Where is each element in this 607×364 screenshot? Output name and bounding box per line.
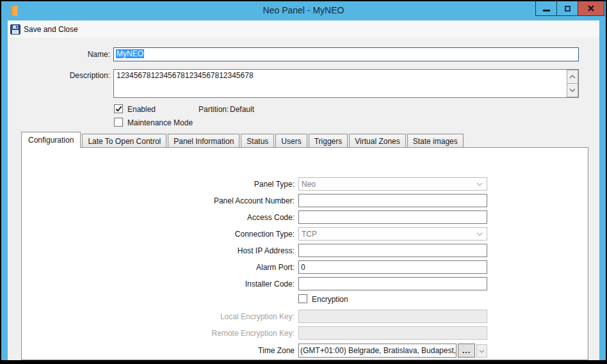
description-input[interactable]: 12345678123456781234567812345678	[113, 69, 579, 98]
save-icon	[10, 24, 20, 35]
time-zone-browse-button[interactable]: ...	[458, 344, 475, 358]
enabled-checkbox[interactable]	[114, 104, 123, 113]
toolbar: Save and Close	[8, 20, 599, 38]
maximize-button[interactable]	[557, 1, 578, 15]
description-text: 12345678123456781234567812345678	[117, 71, 254, 80]
connection-type-value: TCP	[302, 230, 317, 239]
host-ip-address-label: Host IP Address:	[97, 246, 295, 255]
remote-encryption-key-label: Remote Encryption Key:	[97, 329, 295, 338]
close-icon	[587, 4, 595, 12]
close-button[interactable]	[578, 1, 604, 15]
scroll-up-button[interactable]	[567, 70, 578, 84]
time-zone-value: (GMT+01:00) Belgrade, Bratislava, Budape…	[300, 346, 457, 355]
window-frame-right	[599, 20, 606, 360]
time-zone-input[interactable]: (GMT+01:00) Belgrade, Bratislava, Budape…	[298, 344, 457, 358]
local-encryption-key-label: Local Encryption Key:	[97, 312, 295, 321]
name-label: Name:	[1, 50, 110, 59]
panel-type-label: Panel Type:	[97, 180, 295, 189]
chevron-down-icon	[476, 182, 483, 186]
alarm-port-input[interactable]	[298, 260, 487, 274]
alarm-port-label: Alarm Port:	[97, 263, 295, 272]
installer-code-label: Installer Code:	[97, 280, 295, 289]
name-selected-text: MyNEO	[116, 49, 144, 58]
tab-status[interactable]: Status	[241, 134, 274, 148]
installer-code-input[interactable]	[298, 277, 487, 290]
chevron-down-icon	[569, 88, 576, 93]
minimize-button[interactable]	[536, 1, 557, 15]
encryption-checkbox[interactable]	[298, 294, 307, 303]
encryption-label: Encryption	[312, 295, 348, 304]
neo-panel-window: Neo Panel - MyNEO Save	[0, 0, 607, 364]
panel-type-dropdown: Neo	[298, 177, 487, 191]
description-scrollbar	[567, 70, 578, 97]
scroll-down-button[interactable]	[567, 84, 578, 97]
chevron-down-icon	[476, 232, 483, 236]
time-zone-label: Time Zone	[97, 346, 295, 355]
tab-virtual-zones[interactable]: Virtual Zones	[349, 134, 405, 148]
panel-account-number-input[interactable]	[298, 194, 487, 207]
window-title: Neo Panel - MyNEO	[1, 5, 606, 15]
chevron-up-icon	[569, 74, 576, 79]
tab-state-images[interactable]: State images	[407, 134, 464, 148]
checkmark-icon	[115, 106, 122, 113]
host-ip-address-input[interactable]	[298, 244, 487, 257]
save-and-close-button[interactable]: Save and Close	[24, 25, 78, 34]
maintenance-mode-checkbox[interactable]	[114, 118, 123, 127]
partition-value: Default	[230, 105, 254, 114]
window-controls	[535, 1, 604, 16]
remote-encryption-key-input	[298, 326, 487, 340]
tab-strip: Configuration Late To Open Control Panel…	[21, 132, 465, 148]
titlebar[interactable]: Neo Panel - MyNEO	[1, 1, 606, 20]
panel-type-value: Neo	[302, 180, 316, 189]
tab-triggers[interactable]: Triggers	[309, 134, 348, 148]
connection-type-dropdown: TCP	[298, 227, 487, 241]
description-label: Description:	[1, 71, 110, 80]
maximize-icon	[565, 6, 571, 12]
tab-configuration[interactable]: Configuration	[21, 132, 81, 148]
time-zone-dropdown-button[interactable]	[476, 344, 487, 358]
local-encryption-key-input	[298, 310, 487, 323]
name-input[interactable]: MyNEO	[113, 47, 579, 61]
panel-account-number-label: Panel Account Number:	[97, 196, 295, 205]
maintenance-mode-label: Maintenance Mode	[127, 118, 193, 127]
access-code-input[interactable]	[298, 210, 487, 224]
partition-label: Partition:	[198, 105, 229, 114]
tab-panel-information[interactable]: Panel Information	[168, 134, 239, 148]
access-code-label: Access Code:	[97, 213, 295, 222]
tab-late-to-open-control[interactable]: Late To Open Control	[82, 134, 166, 148]
enabled-label: Enabled	[127, 105, 156, 114]
chevron-down-icon	[479, 349, 485, 353]
minimize-icon	[543, 10, 550, 12]
tab-users[interactable]: Users	[275, 134, 307, 148]
connection-type-label: Connection Type:	[97, 230, 295, 239]
